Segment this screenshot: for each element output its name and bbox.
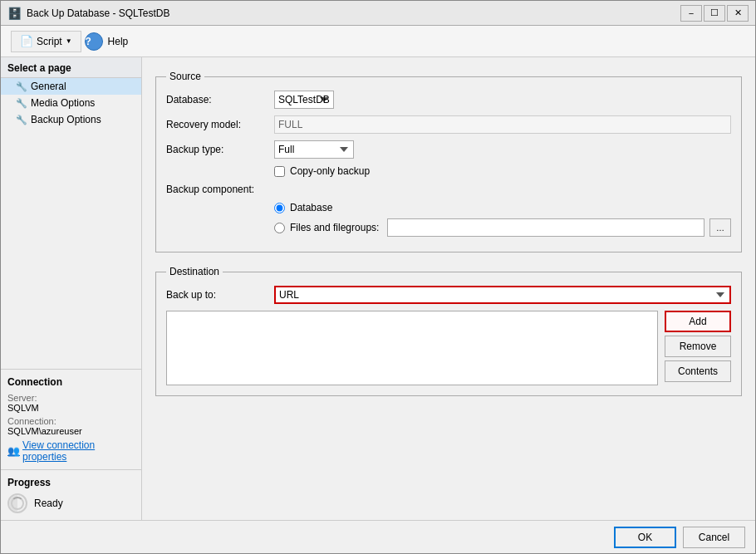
backup-type-select-wrap: Full Differential Transaction Log [274, 140, 731, 159]
database-select-wrap: SQLTestDB [274, 91, 731, 109]
main-window: 🗄️ Back Up Database - SQLTestDB − ☐ ✕ 📄 … [0, 0, 756, 554]
back-up-to-label: Back up to: [166, 289, 274, 301]
cancel-button[interactable]: Cancel [683, 527, 745, 548]
add-button[interactable]: Add [665, 311, 731, 332]
database-radio[interactable] [274, 203, 285, 213]
title-bar-buttons: − ☐ ✕ [680, 5, 749, 22]
help-button[interactable]: ? [85, 32, 103, 51]
files-radio[interactable] [274, 223, 285, 233]
help-icon: ? [86, 36, 91, 47]
progress-status: Ready [7, 493, 135, 513]
recovery-model-label: Recovery model: [166, 119, 274, 130]
recovery-model-value: FULL [274, 115, 731, 134]
script-label: Script [37, 36, 62, 47]
backup-component-label: Backup component: [166, 184, 274, 195]
destination-list[interactable] [166, 311, 658, 385]
sidebar-item-media-options[interactable]: 🔧 Media Options [1, 95, 141, 111]
destination-fieldset: Destination Back up to: Disk URL Tape [155, 266, 742, 396]
progress-title: Progress [7, 477, 135, 488]
window-icon: 🗄️ [7, 7, 22, 20]
sidebar-media-label: Media Options [31, 97, 95, 109]
connection-label: Connection: [7, 416, 135, 426]
view-properties-label: View connection properties [22, 439, 135, 463]
toolbar: 📄 Script ▼ ? Help [1, 26, 755, 57]
files-browse-button[interactable]: … [709, 218, 731, 237]
server-value: SQLVM [7, 403, 135, 413]
database-row: Database: SQLTestDB [166, 91, 731, 109]
close-button[interactable]: ✕ [727, 5, 749, 22]
copy-only-row: Copy-only backup [166, 165, 731, 177]
files-radio-row: Files and filegroups: … [274, 218, 731, 237]
progress-section: Progress Ready [1, 469, 141, 520]
progress-ready-label: Ready [34, 498, 63, 509]
destination-container: Add Remove Contents [166, 311, 731, 385]
database-label: Database: [166, 94, 274, 105]
help-label: Help [108, 36, 129, 47]
database-select[interactable]: SQLTestDB [274, 91, 334, 109]
people-icon: 👥 [7, 445, 20, 457]
script-button[interactable]: 📄 Script ▼ [11, 31, 81, 52]
window-title: Back Up Database - SQLTestDB [27, 7, 680, 19]
connection-title: Connection [7, 376, 135, 388]
radio-group: Database Files and filegroups: … [166, 202, 731, 237]
sidebar-section-label: Select a page [1, 57, 141, 78]
restore-button[interactable]: ☐ [704, 5, 725, 22]
backup-type-row: Backup type: Full Differential Transacti… [166, 140, 731, 159]
sidebar-general-label: General [31, 81, 66, 92]
sidebar-item-general[interactable]: 🔧 General [1, 78, 141, 95]
sidebar-backup-label: Backup Options [31, 114, 101, 125]
source-legend: Source [166, 71, 204, 82]
backup-options-icon: 🔧 [16, 115, 27, 125]
right-panel: Source Database: SQLTestDB Recovery mode… [142, 57, 755, 520]
files-radio-label: Files and filegroups: [290, 222, 379, 233]
minimize-button[interactable]: − [680, 5, 702, 22]
ok-button[interactable]: OK [614, 527, 676, 548]
sidebar: Select a page 🔧 General 🔧 Media Options … [1, 57, 142, 520]
script-dropdown-icon: ▼ [66, 37, 72, 45]
main-content: Select a page 🔧 General 🔧 Media Options … [1, 57, 755, 520]
script-icon: 📄 [20, 35, 33, 47]
sidebar-item-backup-options[interactable]: 🔧 Backup Options [1, 111, 141, 128]
general-icon: 🔧 [16, 81, 27, 92]
bottom-bar: OK Cancel [1, 520, 755, 553]
files-input[interactable] [387, 218, 704, 237]
media-options-icon: 🔧 [16, 98, 27, 109]
destination-legend: Destination [166, 266, 223, 277]
database-radio-label: Database [290, 202, 332, 213]
source-fieldset: Source Database: SQLTestDB Recovery mode… [155, 71, 742, 252]
backup-type-label: Backup type: [166, 144, 274, 155]
back-up-to-select[interactable]: Disk URL Tape [274, 286, 731, 304]
dest-select-wrap: Disk URL Tape [274, 286, 731, 304]
title-bar: 🗄️ Back Up Database - SQLTestDB − ☐ ✕ [1, 1, 755, 26]
destination-buttons: Add Remove Contents [665, 311, 731, 385]
backup-component-row: Backup component: [166, 184, 731, 195]
server-label: Server: [7, 393, 135, 403]
back-up-to-row: Back up to: Disk URL Tape [166, 286, 731, 304]
copy-only-label: Copy-only backup [290, 165, 370, 177]
database-radio-row: Database [274, 202, 731, 213]
copy-only-checkbox[interactable] [274, 166, 285, 177]
view-connection-properties-link[interactable]: 👥 View connection properties [7, 439, 135, 463]
recovery-model-row: Recovery model: FULL [166, 115, 731, 134]
connection-section: Connection Server: SQLVM Connection: SQL… [1, 369, 141, 469]
backup-type-select[interactable]: Full Differential Transaction Log [274, 140, 354, 159]
contents-button[interactable]: Contents [665, 360, 731, 382]
remove-button[interactable]: Remove [665, 336, 731, 357]
connection-value: SQLVM\azureuser [7, 426, 135, 436]
progress-spinner [7, 493, 27, 513]
